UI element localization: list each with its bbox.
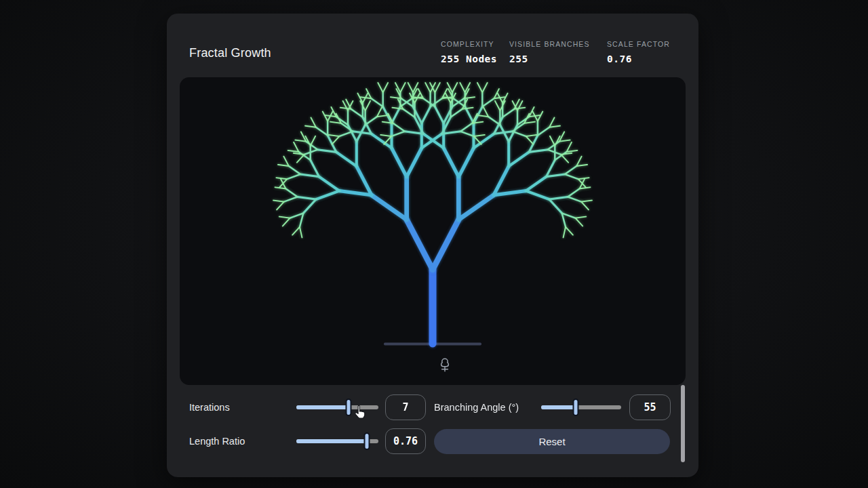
hand-cursor-icon: [352, 404, 368, 420]
reset-button[interactable]: Reset: [434, 429, 670, 454]
iterations-label: Iterations: [189, 402, 230, 413]
stat-complexity-value: 255 Nodes: [441, 54, 497, 64]
stat-scale-factor-value: 0.76: [607, 54, 670, 64]
stat-complexity: COMPLEXITY 255 Nodes: [441, 40, 497, 64]
stat-visible-branches: VISIBLE BRANCHES 255: [509, 40, 590, 64]
length-ratio-value[interactable]: 0.76: [385, 428, 426, 454]
stat-complexity-label: COMPLEXITY: [441, 40, 497, 48]
fractal-canvas: [180, 77, 686, 385]
fractal-viewport: [180, 77, 686, 385]
branching-angle-slider[interactable]: [541, 399, 621, 416]
branching-angle-slider-thumb[interactable]: [572, 399, 578, 416]
iterations-value[interactable]: 7: [385, 394, 426, 420]
branching-angle-slider-fill: [541, 405, 576, 409]
length-ratio-label: Length Ratio: [189, 436, 245, 447]
length-ratio-slider-thumb[interactable]: [364, 432, 370, 450]
branching-angle-value[interactable]: 55: [629, 394, 671, 420]
stat-visible-branches-value: 255: [509, 54, 590, 64]
stat-scale-factor-label: SCALE FACTOR: [607, 40, 670, 48]
stat-visible-branches-label: VISIBLE BRANCHES: [509, 40, 590, 48]
app-card: Fractal Growth COMPLEXITY 255 Nodes VISI…: [167, 14, 698, 477]
controls-scrollbar[interactable]: [681, 385, 685, 462]
park-tree-icon: [438, 357, 452, 373]
iterations-slider-thumb[interactable]: [346, 399, 352, 416]
length-ratio-slider[interactable]: [296, 432, 378, 450]
branching-angle-label: Branching Angle (°): [434, 402, 519, 413]
stat-scale-factor: SCALE FACTOR 0.76: [607, 40, 670, 64]
page-title: Fractal Growth: [189, 46, 271, 60]
iterations-slider-fill: [296, 405, 349, 409]
length-ratio-slider-fill: [296, 439, 367, 443]
